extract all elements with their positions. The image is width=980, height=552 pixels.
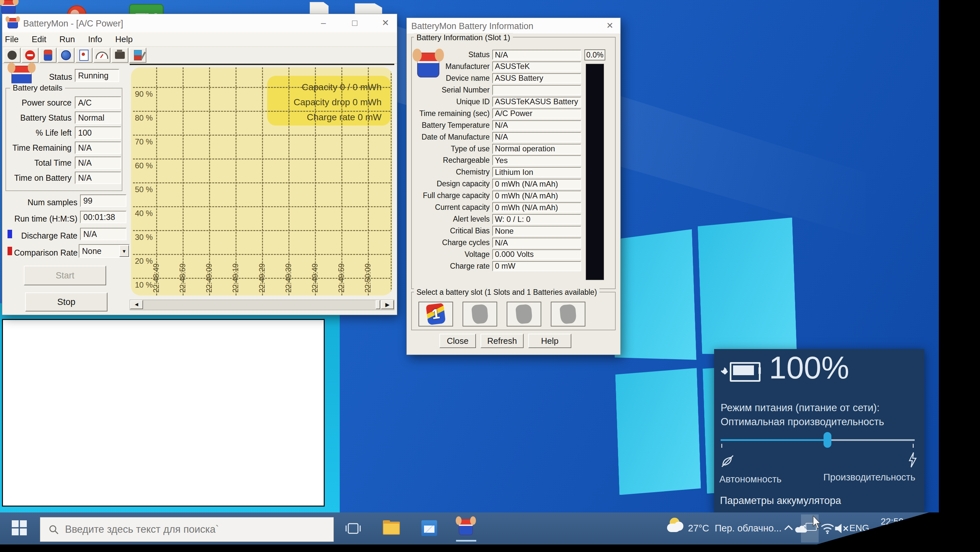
empty-slot-icon xyxy=(471,304,489,324)
minimize-button[interactable]: – xyxy=(315,15,332,30)
dropdown-arrow-icon[interactable]: ▼ xyxy=(119,245,129,257)
comparison-rate-dropdown[interactable]: None ▼ xyxy=(79,244,130,258)
menu-file[interactable]: File xyxy=(5,34,19,45)
field-label: Time on Battery xyxy=(9,173,75,183)
chart-gridline-h xyxy=(133,135,390,136)
field-value[interactable]: Lithium Ion xyxy=(492,167,581,177)
maximize-button[interactable]: □ xyxy=(347,15,363,30)
toolbar-report-icon[interactable] xyxy=(75,48,92,63)
field-value[interactable]: 0.000 Volts xyxy=(492,249,581,260)
info-row: Device nameASUS Battery xyxy=(414,73,581,84)
file-explorer-icon[interactable] xyxy=(383,520,400,535)
field-value[interactable]: N/A xyxy=(492,132,581,142)
field-value[interactable]: A/C Power xyxy=(492,108,581,119)
discharge-rate-field[interactable]: N/A xyxy=(80,228,126,240)
close-button[interactable]: ✕ xyxy=(377,15,394,30)
close-dialog-button[interactable]: Close xyxy=(439,334,476,348)
info-row: Charge cyclesN/A xyxy=(414,237,581,248)
chart-x-tick-label: 22:48:59 xyxy=(178,263,187,293)
battery-slot-1-icon: 1 xyxy=(426,303,445,325)
volume-muted-icon[interactable] xyxy=(834,522,850,534)
field-value[interactable]: N/A xyxy=(492,49,581,60)
field-value[interactable]: Yes xyxy=(492,155,581,165)
title-bar[interactable]: BatteryMon - [A/C Power] – □ ✕ xyxy=(2,14,397,33)
chart-scrollbar[interactable]: ◄ ▶ xyxy=(130,300,394,310)
field-value[interactable]: 0 mWh (N/A mAh) xyxy=(492,179,581,189)
field-value[interactable]: N/A xyxy=(492,238,581,248)
weather-icon[interactable] xyxy=(667,518,685,536)
toolbar-battery-edit-icon[interactable] xyxy=(129,48,146,63)
field-value[interactable]: Normal operation xyxy=(492,144,581,154)
refresh-button[interactable]: Refresh xyxy=(480,334,523,348)
field-value[interactable]: N/A xyxy=(492,120,581,131)
menu-bar: FileEditRunInfoHelp xyxy=(2,32,397,47)
toolbar-stop-icon[interactable] xyxy=(22,48,38,63)
field-value[interactable] xyxy=(492,85,581,95)
slider-thumb[interactable] xyxy=(824,432,831,448)
field-value[interactable]: 0 mWh (N/A mAh) xyxy=(492,191,581,201)
tray-chevron-icon[interactable] xyxy=(784,525,793,531)
num-samples-field[interactable]: 99 xyxy=(80,195,126,207)
toolbar-printer-icon[interactable] xyxy=(111,48,128,63)
scroll-right-button[interactable]: ▶ xyxy=(381,300,394,309)
desktop-icon-batterymon[interactable] xyxy=(1,0,16,14)
scroll-left-button[interactable]: ◄ xyxy=(130,300,143,309)
field-value[interactable]: ASUSTeK xyxy=(492,61,581,72)
field-value[interactable]: 100 xyxy=(75,126,121,139)
info-row: Full charge capacity0 mWh (N/A mAh) xyxy=(414,190,581,201)
detail-row: Battery StatusNormal xyxy=(9,110,121,125)
field-value[interactable]: N/A xyxy=(75,172,121,184)
field-value[interactable]: ASUSTeKASUS Battery xyxy=(492,97,581,107)
plug-icon xyxy=(721,367,729,375)
toolbar-gauge-icon[interactable] xyxy=(94,48,110,63)
dialog-close-icon[interactable]: ✕ xyxy=(603,19,617,32)
toolbar-record-icon[interactable] xyxy=(3,48,21,63)
field-value[interactable]: None xyxy=(492,226,581,236)
menu-edit[interactable]: Edit xyxy=(32,34,46,45)
taskbar-batterymon-icon[interactable] xyxy=(459,519,473,535)
weather-temp[interactable]: 27°C xyxy=(688,523,709,534)
battery-settings-link[interactable]: Параметры аккумулятора xyxy=(720,495,841,507)
menu-run[interactable]: Run xyxy=(59,34,75,45)
field-value[interactable]: W: 0 / L: 0 xyxy=(492,214,581,224)
field-value[interactable]: 0 mWh (N/A mAh) xyxy=(492,202,581,212)
field-label: Charge cycles xyxy=(414,238,492,247)
taskbar-search[interactable] xyxy=(40,517,334,542)
wifi-icon[interactable] xyxy=(820,522,835,534)
field-value[interactable]: Normal xyxy=(75,112,121,124)
status-value-field[interactable]: Running xyxy=(75,69,119,82)
chart-y-tick: 80 % xyxy=(135,113,153,123)
status-label: Status xyxy=(38,72,72,82)
info-row: ManufacturerASUSTeK xyxy=(414,61,581,72)
report-icon xyxy=(80,49,89,61)
start-button[interactable]: Start xyxy=(24,266,106,285)
menu-info[interactable]: Info xyxy=(88,34,102,45)
run-time-field[interactable]: 00:01:38 xyxy=(80,211,126,223)
stop-button[interactable]: Stop xyxy=(25,292,108,311)
toolbar-battery-icon[interactable] xyxy=(40,48,57,63)
battery-slot-2[interactable] xyxy=(463,302,497,327)
dialog-title-bar[interactable]: BatteryMon Battery Information ✕ xyxy=(407,18,620,34)
help-button[interactable]: Help xyxy=(528,334,571,348)
search-input[interactable] xyxy=(64,523,334,536)
chart-x-tick: 22:49:29 xyxy=(258,235,267,293)
battery-slot-1[interactable]: 1 xyxy=(418,302,453,327)
field-value[interactable]: N/A xyxy=(75,142,121,154)
field-value[interactable]: N/A xyxy=(75,156,121,169)
field-label: Rechargeable xyxy=(414,156,492,165)
weather-text[interactable]: Пер. облачно... xyxy=(715,523,782,534)
task-view-icon[interactable] xyxy=(345,520,361,537)
battery-slot-4[interactable] xyxy=(551,302,585,327)
mail-icon[interactable] xyxy=(422,520,437,536)
field-value[interactable]: ASUS Battery xyxy=(492,73,581,83)
battery-slot-3[interactable] xyxy=(507,302,541,327)
battery-chart: Capacity 0 / 0 mWh Capacity drop 0 mWh C… xyxy=(131,67,392,295)
power-slider[interactable] xyxy=(721,431,915,449)
empty-slot-icon xyxy=(560,304,577,324)
discharge-rate-label: Discharge Rate xyxy=(15,231,78,241)
start-button[interactable] xyxy=(12,520,27,536)
menu-help[interactable]: Help xyxy=(115,34,133,45)
field-value[interactable]: A/C xyxy=(75,96,121,109)
field-value[interactable]: 0 mW xyxy=(492,261,581,271)
toolbar-globe-icon[interactable] xyxy=(57,48,75,63)
